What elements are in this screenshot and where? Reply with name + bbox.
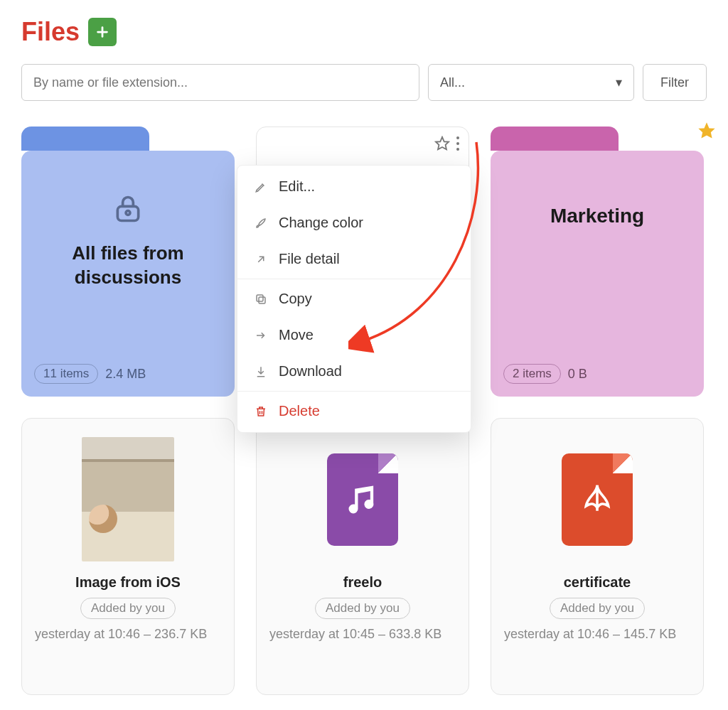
menu-label: Download — [279, 363, 342, 380]
context-menu: Edit... Change color File detail Copy Mo… — [237, 165, 471, 433]
image-thumbnail — [82, 437, 174, 561]
added-by-badge: Added by you — [315, 598, 410, 619]
folder-tab — [491, 127, 619, 151]
svg-rect-0 — [117, 206, 138, 220]
add-file-button[interactable] — [88, 18, 117, 46]
svg-marker-2 — [436, 137, 449, 149]
filter-button[interactable]: Filter — [643, 64, 707, 101]
svg-rect-8 — [257, 295, 263, 301]
file-meta: yesterday at 10:46 – 145.7 KB — [504, 625, 676, 644]
folder-size: 0 B — [568, 367, 587, 382]
menu-item-delete[interactable]: Delete — [237, 393, 471, 429]
star-filled-icon — [697, 121, 717, 144]
file-name: freelo — [343, 574, 382, 591]
file-name: Image from iOS — [75, 574, 181, 591]
menu-item-download[interactable]: Download — [237, 353, 471, 389]
trash-icon — [253, 405, 269, 418]
arrow-right-icon — [253, 329, 269, 342]
folder-card-marketing[interactable]: Marketing 2 items 0 B — [491, 127, 704, 397]
pencil-icon — [253, 181, 269, 193]
type-filter-select[interactable]: All... ▾ — [428, 64, 634, 101]
folder-size: 2.4 MB — [105, 367, 146, 382]
lock-icon — [112, 193, 144, 227]
svg-point-3 — [456, 136, 459, 139]
audio-file-icon — [327, 453, 398, 546]
menu-label: Delete — [279, 403, 320, 419]
brush-icon — [253, 217, 269, 230]
file-card-image[interactable]: Image from iOS Added by you yesterday at… — [21, 418, 235, 695]
items-count-badge: 2 items — [503, 364, 561, 384]
search-input[interactable] — [21, 64, 419, 101]
file-thumbnail — [78, 437, 178, 561]
svg-point-5 — [456, 148, 459, 151]
star-icon[interactable] — [434, 136, 450, 154]
file-thumbnail — [547, 437, 647, 561]
menu-label: Move — [279, 327, 314, 343]
folder-title: All files from discussions — [36, 242, 220, 290]
svg-point-1 — [126, 211, 130, 215]
svg-rect-7 — [259, 297, 265, 303]
menu-item-change-color[interactable]: Change color — [237, 205, 471, 241]
page-title: Files — [21, 17, 80, 47]
menu-label: File detail — [279, 251, 340, 267]
file-card-pdf[interactable]: certificate Added by you yesterday at 10… — [491, 418, 704, 695]
menu-label: Change color — [279, 215, 363, 231]
type-filter-label: All... — [440, 75, 465, 90]
folder-card-all-files[interactable]: All files from discussions 11 items 2.4 … — [21, 127, 235, 397]
menu-item-file-detail[interactable]: File detail — [237, 241, 471, 277]
items-count-badge: 11 items — [34, 364, 98, 384]
download-icon — [253, 365, 269, 378]
copy-icon — [253, 293, 269, 306]
file-meta: yesterday at 10:46 – 236.7 KB — [35, 625, 207, 644]
added-by-badge: Added by you — [80, 598, 176, 619]
menu-label: Copy — [279, 291, 312, 307]
pdf-file-icon — [562, 453, 633, 546]
folder-tab — [21, 127, 149, 151]
file-thumbnail — [313, 437, 412, 561]
plus-icon — [95, 24, 110, 40]
menu-label: Edit... — [279, 178, 315, 195]
menu-item-copy[interactable]: Copy — [237, 281, 471, 317]
menu-item-move[interactable]: Move — [237, 317, 471, 353]
file-name: certificate — [564, 574, 631, 591]
chevron-down-icon: ▾ — [616, 75, 622, 90]
svg-marker-6 — [698, 122, 714, 138]
file-card-audio[interactable]: freelo Added by you yesterday at 10:45 –… — [256, 418, 469, 695]
menu-item-edit[interactable]: Edit... — [237, 168, 471, 205]
svg-point-4 — [456, 142, 459, 145]
more-menu-button[interactable] — [456, 136, 460, 154]
folder-title: Marketing — [550, 205, 644, 227]
added-by-badge: Added by you — [550, 598, 645, 619]
file-meta: yesterday at 10:45 – 633.8 KB — [269, 625, 441, 644]
arrow-out-icon — [253, 253, 269, 266]
